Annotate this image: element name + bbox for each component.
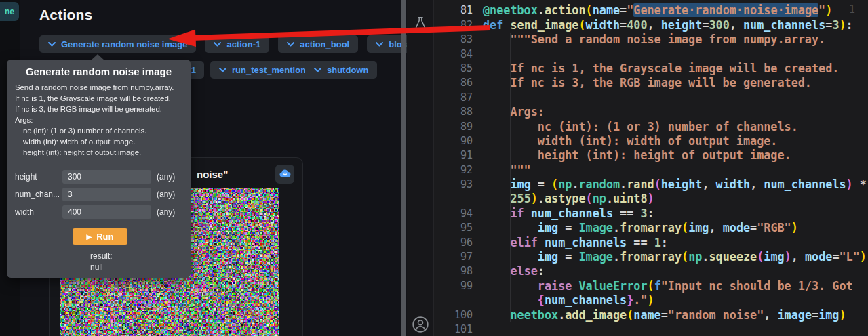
code-text: height (int): height of output image. [473,148,791,163]
action-buttons-row1: Generate random noise imageaction-1actio… [39,35,453,53]
code-area: 8081@neetbox.action(name="Generate·rando… [434,0,868,336]
code-line: 81@neetbox.action(name="Generate·random·… [434,3,868,18]
action-button[interactable]: Generate random noise image [39,35,196,53]
code-line: 86 If nc is 3, the RGB image will be gen… [434,76,868,90]
popover-arg-line: height (int): height of output image. [15,147,184,158]
action-button-label: shutdown [327,65,368,75]
line-number [434,192,473,206]
code-editor[interactable]: 8081@neetbox.action(name="Generate·rando… [434,0,868,336]
page-title: Actions [39,7,92,23]
line-number: 82 [434,18,473,33]
code-text: if num_channels == 3: [473,207,654,221]
code-text: elif num_channels == 1: [473,236,668,250]
line-number: 96 [434,236,473,250]
code-text: """ [473,163,531,177]
action-button[interactable]: action_bool [278,35,358,53]
chevron-down-icon [314,68,321,72]
line-number [434,293,473,308]
line-number: 94 [434,207,473,221]
code-text: """Send a random noise image from numpy.… [473,33,825,47]
code-text: img = Image.fromarray(np.squeeze(img), m… [473,250,867,264]
field-label: height [15,172,62,182]
download-image-button[interactable] [275,165,294,184]
code-line: {num_channels}.") [434,293,868,308]
activity-strip [407,0,434,336]
field-input[interactable] [62,205,151,219]
popover-title: Generate random noise image [7,66,191,77]
code-line: 100 neetbox.add_image(name="random noise… [434,308,868,322]
page-scrollbar[interactable] [401,0,406,336]
popover-description: Send a random noise image from numpy.arr… [15,82,184,158]
run-button[interactable]: ▶ Run [73,228,127,245]
field-input[interactable] [62,188,151,201]
code-line: 88 Args: [434,105,868,119]
popover-arg-line: nc (int): (1 or 3) number of channels. [15,125,184,136]
field-row: width(any) [15,205,184,219]
field-label: num_chan... [15,190,62,199]
run-button-label: Run [96,232,113,242]
code-text: Args: [473,105,545,119]
code-line: 82def send_image(width=400, height=300, … [434,18,868,33]
popover-arg-line: width (int): width of output image. [15,136,184,147]
field-type-hint: (any) [157,190,175,199]
code-line: 83 """Send a random noise image from num… [434,33,868,47]
code-text: If nc is 3, the RGB image will be genera… [473,76,812,90]
field-input[interactable] [62,170,151,184]
code-line: 94 if num_channels == 3: [434,207,868,221]
popover-description-line: Send a random noise image from numpy.arr… [15,82,184,93]
line-number: 87 [434,91,473,105]
field-row: height(any) [15,170,184,184]
field-label: width [15,207,62,217]
chevron-down-icon [48,42,56,47]
line-number: 98 [434,264,473,278]
chevron-down-icon [219,68,226,72]
chevron-down-icon [376,42,383,47]
code-text: width (int): width of output image. [473,134,777,148]
corner-tab[interactable]: ne [0,2,19,21]
code-line: 87 [434,91,868,105]
line-number: 88 [434,105,473,119]
code-text: img = Image.fromarray(img, mode="RGB") [473,221,798,235]
code-line: 101 [434,322,868,336]
result-label: result: [90,251,113,261]
flask-icon[interactable] [413,16,428,31]
chevron-down-icon [287,42,294,47]
code-line: 98 else: [434,264,868,278]
popover-description-line: Args: [15,114,184,125]
code-text [473,47,483,62]
code-line: 84 [434,47,868,62]
line-number: 92 [434,163,473,177]
line-number: 86 [434,76,473,90]
code-line: 97 img = Image.fromarray(np.squeeze(img)… [434,250,868,264]
line-number: 91 [434,148,473,163]
cloud-download-icon [279,169,291,180]
code-line: 92 """ [434,163,868,177]
code-line: 85 If nc is 1, the Grayscale image will … [434,62,868,76]
line-number: 93 [434,177,473,192]
line-number: 89 [434,120,473,134]
code-text: If nc is 1, the Grayscale image will be … [473,62,839,76]
action-popover: Generate random noise image Send a rando… [7,60,191,278]
action-button-label: Generate random noise image [61,39,187,49]
action-button[interactable]: shutdown [305,61,377,79]
overview-marker: 1 [849,3,855,16]
code-text: {num_channels}.") [473,293,654,308]
code-line: 95 img = Image.fromarray(img, mode="RGB"… [434,221,868,235]
popover-pointer [91,54,104,60]
line-number: 97 [434,250,473,264]
popover-description-line: If nc is 1, the Grayscale image will be … [15,93,184,104]
code-line: 89 nc (int): (1 or 3) number of channels… [434,120,868,134]
image-card-title: noise" [197,169,228,180]
line-number: 90 [434,134,473,148]
line-number: 81 [434,3,473,18]
account-icon[interactable] [412,316,429,333]
code-line: 93 img = (np.random.rand(height, width, … [434,177,868,192]
action-button[interactable]: run_test_mention [210,61,315,79]
field-type-hint: (any) [157,207,175,217]
result-value: null [90,262,103,272]
line-number: 83 [434,33,473,47]
action-button[interactable]: action-1 [205,35,269,53]
line-number: 101 [434,322,473,336]
field-type-hint: (any) [157,172,175,182]
line-number: 95 [434,221,473,235]
